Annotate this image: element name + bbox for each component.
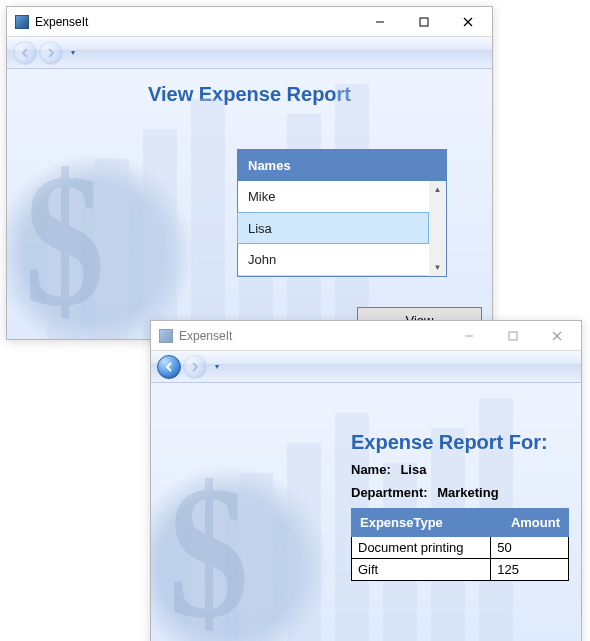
nav-toolbar: ▾ [151, 351, 581, 383]
scroll-down-button[interactable]: ▼ [429, 259, 446, 276]
maximize-button[interactable] [402, 8, 446, 36]
nav-forward-button[interactable] [39, 41, 63, 65]
svg-rect-5 [509, 332, 517, 340]
titlebar[interactable]: ExpenseIt [7, 7, 492, 37]
cell-amount: 50 [491, 537, 569, 559]
app-icon [159, 329, 173, 343]
cell-amount: 125 [491, 559, 569, 581]
expense-row: Document printing50 [352, 537, 569, 559]
cell-expense-type: Document printing [352, 537, 491, 559]
names-list-item[interactable]: Mike [238, 181, 429, 213]
nav-toolbar: ▾ [7, 37, 492, 69]
names-list-item[interactable]: Lisa [237, 212, 429, 244]
page-heading: View Expense Report [7, 83, 492, 106]
nav-back-button[interactable] [13, 41, 37, 65]
maximize-button[interactable] [491, 322, 535, 350]
expenseit-list-window: ExpenseIt ▾ $ View Expense Report Names … [6, 6, 493, 340]
dollar-watermark: $ [168, 443, 249, 641]
name-label: Name: [351, 462, 391, 477]
minimize-button[interactable] [447, 322, 491, 350]
window-title: ExpenseIt [179, 329, 232, 343]
names-scrollbar[interactable]: ▲ ▼ [429, 181, 446, 276]
app-icon [15, 15, 29, 29]
window-title: ExpenseIt [35, 15, 88, 29]
client-area: $ Expense Report For: Name: Lisa Departm… [151, 383, 581, 641]
col-amount: Amount [491, 509, 569, 537]
names-list-item[interactable]: John [238, 244, 429, 276]
svg-rect-1 [420, 18, 428, 26]
department-value: Marketing [437, 485, 498, 500]
names-column-header: Names [238, 150, 446, 181]
nav-forward-button[interactable] [183, 355, 207, 379]
cell-expense-type: Gift [352, 559, 491, 581]
minimize-button[interactable] [358, 8, 402, 36]
nav-back-button[interactable] [157, 355, 181, 379]
scroll-up-button[interactable]: ▲ [429, 181, 446, 198]
close-button[interactable] [446, 8, 490, 36]
col-expense-type: ExpenseType [352, 509, 491, 537]
expenseit-report-window: ExpenseIt ▾ $ Expense Report For: Name: … [150, 320, 582, 641]
close-button[interactable] [535, 322, 579, 350]
expense-row: Gift125 [352, 559, 569, 581]
names-listbox: Names MikeLisaJohn ▲ ▼ [237, 149, 447, 277]
page-heading: Expense Report For: [351, 431, 563, 454]
titlebar[interactable]: ExpenseIt [151, 321, 581, 351]
name-value: Lisa [400, 462, 426, 477]
nav-history-dropdown[interactable]: ▾ [211, 362, 223, 371]
client-area: $ View Expense Report Names MikeLisaJohn… [7, 69, 492, 339]
department-label: Department: [351, 485, 428, 500]
expense-table: ExpenseType Amount Document printing50Gi… [351, 508, 569, 581]
nav-history-dropdown[interactable]: ▾ [67, 48, 79, 57]
dollar-watermark: $ [24, 131, 105, 339]
